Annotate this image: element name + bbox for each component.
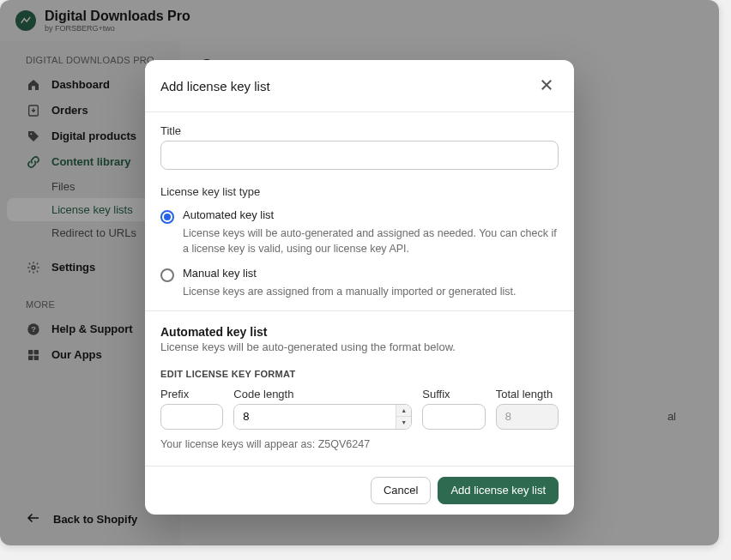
title-input[interactable]: [160, 141, 559, 170]
type-field-label: License key list type: [160, 185, 559, 198]
suffix-label: Suffix: [422, 388, 485, 400]
close-icon: [539, 77, 554, 95]
radio-icon: [160, 210, 174, 224]
suffix-input[interactable]: [422, 404, 485, 430]
add-license-key-list-modal: Add license key list Title License key l…: [145, 60, 574, 515]
radio-icon: [160, 268, 174, 282]
radio-description: License keys are assigned from a manuall…: [183, 285, 559, 300]
total-length-input: [496, 404, 559, 430]
radio-label: Manual key list: [183, 267, 257, 280]
stepper-up-icon[interactable]: ▲: [396, 405, 411, 418]
prefix-input[interactable]: [160, 404, 223, 430]
code-length-label: Code length: [233, 388, 412, 400]
radio-automated[interactable]: Automated key list: [160, 208, 559, 224]
modal-title: Add license key list: [160, 79, 270, 93]
stepper-down-icon[interactable]: ▼: [396, 417, 411, 429]
cancel-button[interactable]: Cancel: [371, 477, 431, 504]
radio-description: License keys will be auto-generated and …: [183, 226, 559, 256]
code-length-stepper[interactable]: ▲ ▼: [233, 404, 412, 430]
key-preview: Your license keys will appear as: Z5QV62…: [160, 438, 559, 450]
auto-section-title: Automated key list: [160, 325, 559, 339]
auto-section-desc: License keys will be auto-generated usin…: [160, 340, 559, 353]
total-length-label: Total length: [496, 388, 559, 400]
radio-label: Automated key list: [183, 208, 274, 221]
format-section-label: EDIT LICENSE KEY FORMAT: [160, 369, 559, 379]
prefix-label: Prefix: [160, 388, 223, 400]
close-button[interactable]: [535, 74, 559, 98]
code-length-input[interactable]: [234, 405, 396, 429]
title-field-label: Title: [160, 124, 559, 137]
modal-overlay[interactable]: Add license key list Title License key l…: [0, 0, 719, 545]
add-license-key-list-button[interactable]: Add license key list: [438, 477, 559, 504]
radio-manual[interactable]: Manual key list: [160, 267, 559, 282]
